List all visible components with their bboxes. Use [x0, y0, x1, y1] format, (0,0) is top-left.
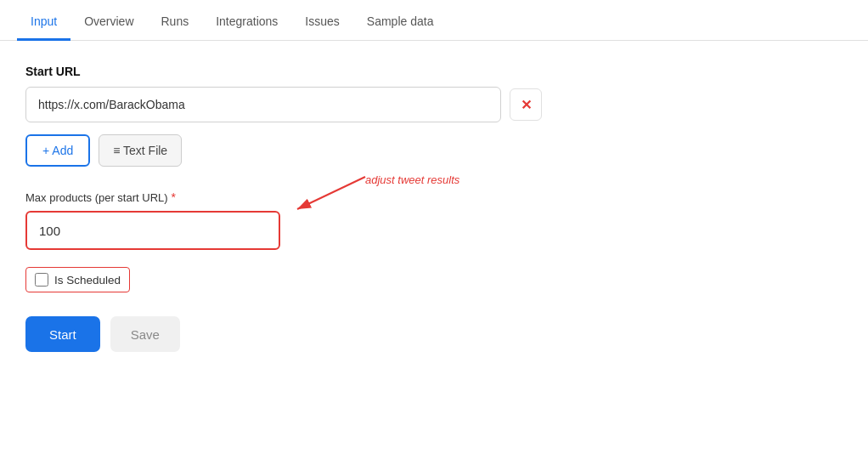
is-scheduled-checkbox[interactable]: [35, 273, 48, 287]
required-indicator: *: [172, 190, 176, 204]
save-button[interactable]: Save: [110, 316, 180, 352]
is-scheduled-label[interactable]: Is Scheduled: [54, 274, 121, 287]
annotation-text: adjust tweet results: [365, 173, 459, 186]
bottom-buttons: Start Save: [25, 316, 843, 352]
is-scheduled-row: Is Scheduled: [25, 267, 130, 292]
max-products-label: Max products (per start URL) *: [25, 190, 843, 204]
max-products-wrapper: [25, 211, 280, 250]
text-file-button[interactable]: ≡ Text File: [99, 134, 182, 167]
url-row: ✕: [25, 87, 843, 122]
close-icon: ✕: [521, 97, 532, 113]
action-row: + Add ≡ Text File: [25, 134, 843, 167]
tab-overview[interactable]: Overview: [70, 4, 147, 41]
max-products-section: adjust tweet results Max products (per s…: [25, 190, 843, 250]
clear-url-button[interactable]: ✕: [510, 88, 542, 121]
tab-input[interactable]: Input: [17, 4, 70, 41]
max-products-input[interactable]: [25, 211, 280, 250]
tabs-bar: Input Overview Runs Integrations Issues …: [0, 0, 868, 41]
main-content: Start URL ✕ + Add ≡ Text File adjust twe…: [0, 41, 868, 369]
tab-issues[interactable]: Issues: [291, 4, 352, 41]
add-button[interactable]: + Add: [25, 134, 90, 167]
tab-integrations[interactable]: Integrations: [202, 4, 291, 41]
tab-sample-data[interactable]: Sample data: [353, 4, 448, 41]
tab-runs[interactable]: Runs: [148, 4, 203, 41]
start-url-input[interactable]: [25, 87, 501, 122]
start-button[interactable]: Start: [25, 316, 100, 352]
start-url-label: Start URL: [25, 65, 843, 78]
